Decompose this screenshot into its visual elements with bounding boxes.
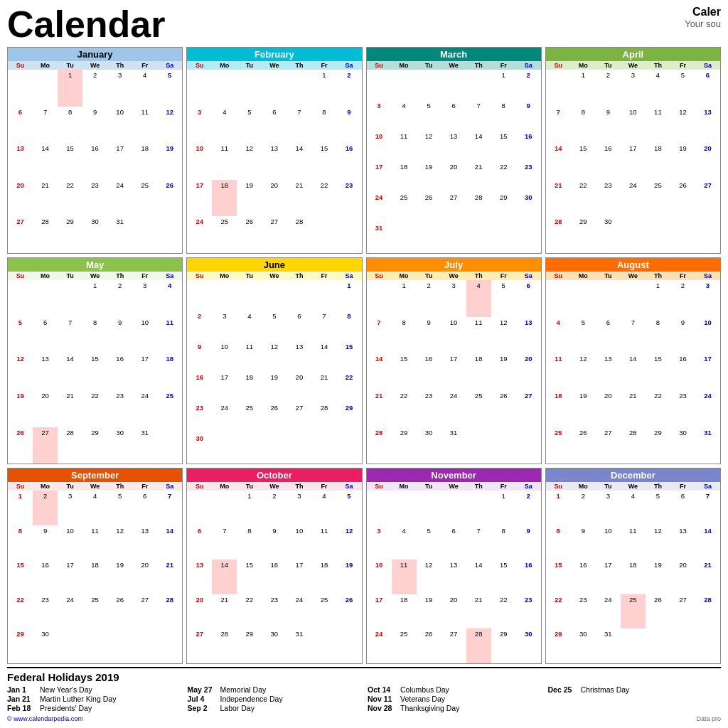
day-cell: 17 — [367, 594, 392, 629]
day-cell: 29 — [336, 402, 361, 433]
day-cell: 9 — [571, 525, 596, 560]
day-cell: 21 — [466, 161, 491, 192]
day-cell: 5 — [417, 525, 441, 560]
day-cell: 21 — [546, 180, 571, 217]
day-cell: 3 — [132, 280, 157, 317]
day-cell: 23 — [33, 594, 58, 629]
day-cell: 15 — [8, 560, 33, 594]
day-cell: 12 — [417, 131, 441, 161]
day-header-cell: Sa — [695, 61, 720, 70]
day-header-cell: Sa — [695, 482, 720, 491]
day-cell: 29 — [491, 192, 516, 223]
day-cell-empty — [571, 280, 596, 317]
day-cell: 16 — [187, 372, 212, 402]
day-cell: 8 — [491, 100, 516, 131]
day-cell: 26 — [670, 180, 695, 217]
day-header-cell: Th — [287, 482, 311, 491]
day-cell: 25 — [237, 402, 262, 433]
day-cell: 5 — [237, 107, 262, 144]
header-right: Caler Your sou — [685, 6, 721, 29]
day-cell: 21 — [212, 594, 237, 629]
day-cell: 8 — [8, 525, 33, 560]
day-cell-empty — [392, 491, 417, 525]
day-header-cell: Su — [187, 61, 212, 70]
day-cell: 23 — [82, 180, 107, 217]
day-cell: 2 — [516, 491, 541, 525]
month-header-november: November — [367, 469, 541, 482]
day-header-cell: Th — [107, 272, 132, 280]
day-cell: 4 — [132, 70, 157, 107]
holiday-row: Nov 11Veterans Day — [368, 695, 541, 703]
day-cell: 18 — [212, 180, 237, 217]
day-cell: 14 — [58, 353, 82, 390]
day-cell: 12 — [107, 525, 132, 560]
day-cell: 3 — [621, 70, 646, 107]
page-footer: © www.calendarpedia.com Data pro — [7, 715, 721, 722]
day-cell: 13 — [8, 143, 33, 180]
day-header-cell: Sa — [157, 272, 182, 280]
day-cell: 1 — [58, 70, 82, 107]
day-cell-empty — [621, 280, 646, 317]
day-cell-empty — [596, 280, 621, 317]
holiday-col-3: Dec 25Christmas Day — [548, 685, 722, 713]
days-grid-july: 1234567891011121314151617181920212223242… — [367, 280, 541, 464]
day-cell: 6 — [8, 107, 33, 144]
day-cell: 6 — [670, 491, 695, 525]
day-cell: 11 — [392, 131, 417, 161]
day-header-cell: Fr — [132, 482, 157, 491]
day-cell: 9 — [670, 317, 695, 354]
day-cell: 9 — [33, 525, 58, 560]
day-cell: 25 — [311, 594, 336, 629]
day-cell: 22 — [646, 390, 670, 427]
day-cell: 13 — [441, 131, 466, 161]
day-header-cell: Sa — [157, 482, 182, 491]
day-cell-empty — [311, 280, 336, 311]
day-cell: 2 — [516, 70, 541, 100]
holiday-row: Jan 21Martin Luther King Day — [7, 695, 181, 703]
footer-url: © www.calendarpedia.com — [7, 715, 83, 722]
day-cell: 4 — [392, 525, 417, 560]
day-cell: 4 — [82, 491, 107, 525]
day-cell: 2 — [417, 280, 441, 317]
day-cell: 26 — [8, 427, 33, 464]
day-header-cell: We — [262, 482, 287, 491]
header-tagline: Your sou — [685, 18, 721, 29]
day-header-cell: Th — [646, 272, 670, 280]
day-cell-empty — [392, 70, 417, 100]
days-grid-september: 1234567891011121314151617181920212223242… — [8, 491, 182, 663]
day-cell: 29 — [491, 628, 516, 663]
month-may: MaySuMoTuWeThFrSa12345678910111213141516… — [7, 257, 183, 464]
day-cell-empty — [237, 70, 262, 107]
calendar-grid: JanuarySuMoTuWeThFrSa1234567891011121314… — [7, 47, 721, 664]
day-cell: 3 — [107, 70, 132, 107]
holidays-grid: Jan 1New Year's DayJan 21Martin Luther K… — [7, 685, 721, 713]
day-cell: 17 — [621, 143, 646, 180]
day-cell: 20 — [132, 560, 157, 594]
month-header-july: July — [367, 258, 541, 272]
day-cell-empty — [546, 70, 571, 107]
day-cell: 28 — [157, 594, 182, 629]
day-cell: 24 — [695, 390, 720, 427]
day-cell: 26 — [262, 402, 287, 433]
holiday-name: Memorial Day — [220, 685, 267, 694]
day-cell: 30 — [516, 192, 541, 223]
day-header-cell: Tu — [417, 272, 441, 280]
day-cell: 28 — [287, 216, 311, 253]
month-march: MarchSuMoTuWeThFrSa123456789101112131415… — [366, 47, 542, 254]
day-cell: 20 — [441, 161, 466, 192]
day-cell: 14 — [33, 143, 58, 180]
day-cell-empty — [262, 70, 287, 107]
day-cell: 5 — [491, 280, 516, 317]
day-cell: 3 — [441, 280, 466, 317]
day-cell: 2 — [107, 280, 132, 317]
day-cell-empty — [8, 280, 33, 317]
day-cell: 24 — [596, 594, 621, 629]
day-header-cell: Mo — [571, 482, 596, 491]
day-cell: 3 — [58, 491, 82, 525]
day-cell: 7 — [695, 491, 720, 525]
holiday-date: Jul 4 — [188, 695, 218, 703]
day-cell: 21 — [157, 560, 182, 594]
day-cell-empty — [212, 491, 237, 525]
month-july: JulySuMoTuWeThFrSa1234567891011121314151… — [366, 257, 542, 464]
day-cell: 11 — [212, 143, 237, 180]
